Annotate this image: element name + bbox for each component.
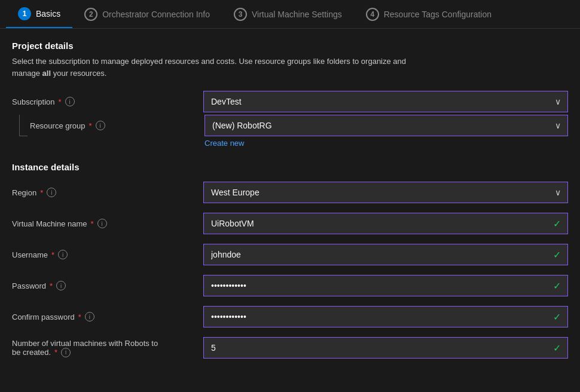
vm-count-required: * (54, 348, 57, 357)
subscription-required: * (59, 97, 62, 106)
username-label-text: Username (12, 250, 48, 259)
tab-label-orchestrator: Orchestrator Connection Info (102, 10, 210, 19)
username-control: ✓ (203, 244, 568, 265)
vm-count-info-icon[interactable]: i (61, 348, 71, 357)
resource-group-label: Resource group * i (28, 115, 204, 136)
region-required: * (40, 188, 43, 197)
subscription-row: Subscription * i DevTest ∨ (12, 91, 568, 112)
password-input[interactable] (203, 275, 568, 296)
instance-details-title: Instance details (12, 162, 568, 172)
confirm-password-control: ✓ (203, 306, 568, 327)
resource-group-required: * (89, 121, 92, 130)
desc-text-3: your resources. (51, 69, 106, 78)
tab-label-resource-tags: Resource Tags Configuration (384, 10, 492, 19)
resource-group-select[interactable]: (New) RobotRG (204, 115, 568, 136)
tab-label-basics: Basics (36, 9, 60, 19)
region-row: Region * i West Europe ∨ (12, 182, 568, 203)
tab-number-4: 4 (366, 8, 379, 21)
desc-text-2: manage (12, 69, 42, 78)
password-control: ✓ (203, 275, 568, 296)
tab-bar: 1 Basics 2 Orchestrator Connection Info … (0, 0, 580, 29)
project-details-desc: Select the subscription to manage deploy… (12, 56, 568, 79)
tab-label-vm-settings: Virtual Machine Settings (252, 10, 342, 19)
tab-vm-settings[interactable]: 3 Virtual Machine Settings (222, 0, 354, 28)
region-select[interactable]: West Europe (203, 182, 568, 203)
create-new-link[interactable]: Create new (204, 139, 568, 148)
main-content: Project details Select the subscription … (0, 29, 580, 370)
region-label: Region * i (12, 188, 203, 197)
vm-name-info-icon[interactable]: i (97, 219, 107, 228)
resource-group-info-icon[interactable]: i (96, 121, 105, 130)
tab-number-1: 1 (18, 7, 31, 20)
tab-number-2: 2 (84, 8, 97, 21)
vm-count-label-line1: Number of virtual machines with Robots t… (12, 339, 158, 348)
resource-group-control: (New) RobotRG ∨ (204, 115, 568, 136)
confirm-password-label: Confirm password * i (12, 312, 203, 321)
tab-resource-tags[interactable]: 4 Resource Tags Configuration (354, 0, 503, 28)
vm-count-input[interactable] (203, 337, 568, 359)
vm-name-label-text: Virtual Machine name (12, 219, 87, 228)
region-label-text: Region (12, 188, 36, 197)
instance-details-section: Instance details (12, 162, 568, 172)
subscription-label-text: Subscription (12, 97, 55, 106)
vm-name-control: ✓ (203, 213, 568, 234)
vm-count-label-line2: be created. (12, 348, 51, 357)
vm-count-control: ✓ (203, 337, 568, 359)
region-control: West Europe ∨ (203, 182, 568, 203)
tab-number-3: 3 (234, 8, 247, 21)
confirm-password-input[interactable] (203, 306, 568, 327)
username-row: Username * i ✓ (12, 244, 568, 265)
tab-basics[interactable]: 1 Basics (6, 0, 72, 28)
vm-name-input[interactable] (203, 213, 568, 234)
desc-text-1: Select the subscription to manage deploy… (12, 57, 406, 66)
subscription-label: Subscription * i (12, 97, 203, 106)
subscription-info-icon[interactable]: i (65, 97, 75, 106)
password-label-text: Password (12, 281, 46, 290)
confirm-password-info-icon[interactable]: i (85, 312, 94, 321)
confirm-password-required: * (78, 313, 81, 321)
project-details-title: Project details (12, 41, 568, 51)
password-required: * (50, 281, 53, 290)
confirm-password-label-text: Confirm password (12, 313, 75, 321)
confirm-password-row: Confirm password * i ✓ (12, 306, 568, 327)
subscription-select[interactable]: DevTest (203, 91, 568, 112)
password-label: Password * i (12, 281, 203, 290)
username-info-icon[interactable]: i (58, 250, 68, 259)
region-info-icon[interactable]: i (47, 188, 56, 197)
username-input[interactable] (203, 244, 568, 265)
password-info-icon[interactable]: i (56, 281, 66, 290)
vm-count-row: Number of virtual machines with Robots t… (12, 337, 568, 359)
vm-name-required: * (91, 219, 94, 228)
vm-count-label: Number of virtual machines with Robots t… (12, 339, 203, 357)
username-label: Username * i (12, 250, 203, 259)
tab-orchestrator[interactable]: 2 Orchestrator Connection Info (72, 0, 222, 28)
vm-name-row: Virtual Machine name * i ✓ (12, 213, 568, 234)
username-required: * (51, 250, 54, 259)
subscription-control: DevTest ∨ (203, 91, 568, 112)
resource-group-label-text: Resource group (30, 121, 86, 130)
vm-name-label: Virtual Machine name * i (12, 219, 203, 228)
password-row: Password * i ✓ (12, 275, 568, 296)
desc-bold: all (42, 69, 51, 78)
